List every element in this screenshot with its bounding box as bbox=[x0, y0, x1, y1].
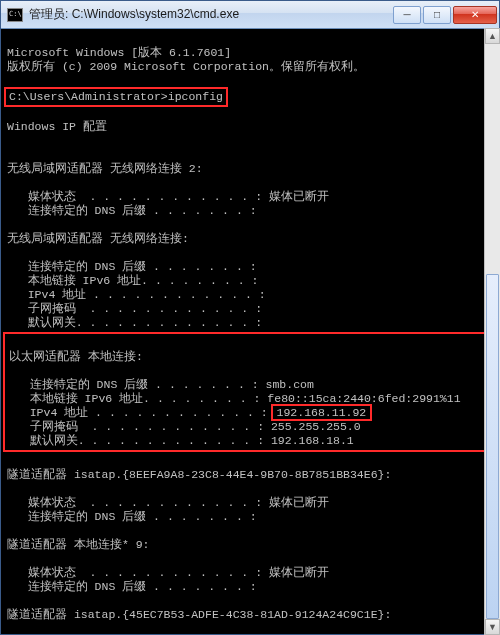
scroll-track[interactable] bbox=[485, 44, 500, 619]
eth-ipv6: 本地链接 IPv6 地址. . . . . . . . : fe80::15ca… bbox=[9, 392, 461, 405]
minimize-button[interactable]: ─ bbox=[393, 6, 421, 24]
wlan1-ipv6: 本地链接 IPv6 地址. . . . . . . . : bbox=[7, 274, 258, 287]
tun1-header: 隧道适配器 isatap.{8EEFA9A8-23C8-44E4-9B70-8B… bbox=[7, 468, 391, 481]
terminal-area[interactable]: Microsoft Windows [版本 6.1.7601] 版权所有 (c)… bbox=[1, 29, 499, 634]
eth-gw: 默认网关. . . . . . . . . . . . . : 192.168.… bbox=[9, 434, 354, 447]
eth-ipv4-value: 192.168.11.92 bbox=[277, 406, 367, 419]
ethernet-highlight-block: 以太网适配器 本地连接: 连接特定的 DNS 后缀 . . . . . . . … bbox=[3, 332, 497, 452]
wlan1-mask: 子网掩码 . . . . . . . . . . . . : bbox=[7, 302, 262, 315]
scroll-thumb[interactable] bbox=[486, 274, 499, 619]
maximize-button[interactable]: □ bbox=[423, 6, 451, 24]
wlan1-gw: 默认网关. . . . . . . . . . . . . : bbox=[7, 316, 262, 329]
scroll-up-button[interactable]: ▲ bbox=[485, 28, 500, 44]
window-title: 管理员: C:\Windows\system32\cmd.exe bbox=[29, 6, 391, 23]
wlan2-dns: 连接特定的 DNS 后缀 . . . . . . . : bbox=[7, 204, 257, 217]
wlan2-header: 无线局域网适配器 无线网络连接 2: bbox=[7, 162, 203, 175]
header-line2: 版权所有 (c) 2009 Microsoft Corporation。保留所有… bbox=[7, 60, 365, 73]
tun2-dns: 连接特定的 DNS 后缀 . . . . . . . : bbox=[7, 580, 257, 593]
tun1-dns: 连接特定的 DNS 后缀 . . . . . . . : bbox=[7, 510, 257, 523]
eth-ipv4-label: IPv4 地址 . . . . . . . . . . . . : bbox=[9, 406, 275, 419]
command-highlight: C:\Users\Administrator>ipconfig bbox=[4, 87, 228, 107]
wlan2-media: 媒体状态 . . . . . . . . . . . . : 媒体已断开 bbox=[7, 190, 329, 203]
eth-mask: 子网掩码 . . . . . . . . . . . . : 255.255.2… bbox=[9, 420, 361, 433]
window-buttons: ─ □ ✕ bbox=[391, 6, 497, 24]
wlan1-header: 无线局域网适配器 无线网络连接: bbox=[7, 232, 189, 245]
ipv4-value-highlight: 192.168.11.92 bbox=[271, 404, 373, 421]
scroll-down-button[interactable]: ▼ bbox=[485, 619, 500, 635]
close-button[interactable]: ✕ bbox=[453, 6, 497, 24]
cmd-window: 管理员: C:\Windows\system32\cmd.exe ─ □ ✕ M… bbox=[0, 0, 500, 635]
tun3-header: 隧道适配器 isatap.{45EC7B53-ADFE-4C38-81AD-91… bbox=[7, 608, 391, 621]
eth-dns: 连接特定的 DNS 后缀 . . . . . . . : smb.com bbox=[9, 378, 314, 391]
wlan1-ipv4: IPv4 地址 . . . . . . . . . . . . : bbox=[7, 288, 266, 301]
tun2-media: 媒体状态 . . . . . . . . . . . . : 媒体已断开 bbox=[7, 566, 329, 579]
prompt-command: C:\Users\Administrator>ipconfig bbox=[9, 90, 223, 103]
vertical-scrollbar[interactable]: ▲ ▼ bbox=[484, 28, 500, 635]
ipconfig-title: Windows IP 配置 bbox=[7, 120, 107, 133]
tun1-media: 媒体状态 . . . . . . . . . . . . : 媒体已断开 bbox=[7, 496, 329, 509]
wlan1-dns: 连接特定的 DNS 后缀 . . . . . . . : bbox=[7, 260, 257, 273]
tun2-header: 隧道适配器 本地连接* 9: bbox=[7, 538, 150, 551]
header-line1: Microsoft Windows [版本 6.1.7601] bbox=[7, 46, 231, 59]
cmd-icon bbox=[7, 8, 23, 22]
titlebar[interactable]: 管理员: C:\Windows\system32\cmd.exe ─ □ ✕ bbox=[1, 1, 499, 29]
eth-header: 以太网适配器 本地连接: bbox=[9, 350, 143, 363]
